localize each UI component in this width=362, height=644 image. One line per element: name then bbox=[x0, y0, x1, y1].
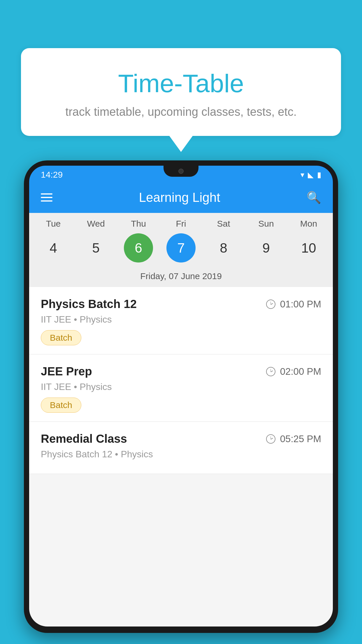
batch-badge-1: Batch bbox=[41, 330, 81, 345]
hero-section: Time-Table track timetable, upcoming cla… bbox=[21, 48, 341, 152]
class-name-3: Remedial Class bbox=[41, 432, 127, 445]
class-item-3[interactable]: Remedial Class 05:25 PM Physics Batch 12… bbox=[29, 422, 333, 474]
class-time-3: 05:25 PM bbox=[266, 433, 321, 444]
front-camera bbox=[178, 169, 184, 174]
class-item-2[interactable]: JEE Prep 02:00 PM IIT JEE • Physics Batc… bbox=[29, 354, 333, 422]
class-meta-3: Physics Batch 12 • Physics bbox=[41, 449, 321, 460]
status-bar: 14:29 ▾ ◣ ▮ bbox=[29, 166, 333, 182]
day-10[interactable]: 10 bbox=[294, 233, 323, 262]
class-time-1: 01:00 PM bbox=[266, 299, 321, 310]
class-time-value-1: 01:00 PM bbox=[280, 299, 321, 310]
app-title: Learning Light bbox=[139, 190, 220, 205]
classes-list: Physics Batch 12 01:00 PM IIT JEE • Phys… bbox=[29, 287, 333, 474]
status-icons: ▾ ◣ ▮ bbox=[301, 170, 321, 179]
app-screen: Learning Light 🔍 Tue Wed Thu Fri Sat Sun… bbox=[29, 182, 333, 626]
class-item-1[interactable]: Physics Batch 12 01:00 PM IIT JEE • Phys… bbox=[29, 287, 333, 354]
day-9[interactable]: 9 bbox=[252, 233, 281, 262]
speech-bubble-arrow bbox=[169, 136, 193, 152]
day-label-mon: Mon bbox=[294, 219, 323, 229]
days-header: Tue Wed Thu Fri Sat Sun Mon bbox=[29, 213, 333, 231]
class-item-header-3: Remedial Class 05:25 PM bbox=[41, 432, 321, 445]
day-label-sun: Sun bbox=[252, 219, 281, 229]
signal-icon: ◣ bbox=[308, 170, 314, 179]
clock-icon-1 bbox=[266, 300, 275, 309]
calendar-section: Tue Wed Thu Fri Sat Sun Mon 4 5 6 7 8 9 … bbox=[29, 213, 333, 287]
phone-mockup: 14:29 ▾ ◣ ▮ Learning Light 🔍 bbox=[24, 160, 338, 644]
clock-icon-3 bbox=[266, 434, 275, 444]
class-time-value-3: 05:25 PM bbox=[280, 433, 321, 444]
wifi-icon: ▾ bbox=[301, 170, 304, 179]
day-label-fri: Fri bbox=[166, 219, 196, 229]
menu-button[interactable] bbox=[41, 193, 52, 202]
day-6-today[interactable]: 6 bbox=[124, 233, 153, 262]
class-item-header-2: JEE Prep 02:00 PM bbox=[41, 365, 321, 378]
hero-subtitle: track timetable, upcoming classes, tests… bbox=[38, 105, 324, 118]
class-time-2: 02:00 PM bbox=[266, 366, 321, 377]
day-5[interactable]: 5 bbox=[81, 233, 110, 262]
day-label-wed: Wed bbox=[81, 219, 110, 229]
day-7-selected[interactable]: 7 bbox=[166, 233, 196, 262]
day-label-tue: Tue bbox=[39, 219, 68, 229]
class-item-header-1: Physics Batch 12 01:00 PM bbox=[41, 298, 321, 311]
class-name-1: Physics Batch 12 bbox=[41, 298, 137, 311]
day-label-thu: Thu bbox=[124, 219, 153, 229]
status-time: 14:29 bbox=[41, 170, 63, 180]
day-4[interactable]: 4 bbox=[39, 233, 68, 262]
batch-badge-2: Batch bbox=[41, 398, 81, 413]
class-name-2: JEE Prep bbox=[41, 365, 92, 378]
phone-frame: 14:29 ▾ ◣ ▮ Learning Light 🔍 bbox=[24, 160, 338, 633]
battery-icon: ▮ bbox=[317, 170, 321, 179]
phone-notch bbox=[164, 166, 198, 177]
search-button[interactable]: 🔍 bbox=[307, 191, 321, 204]
class-time-value-2: 02:00 PM bbox=[280, 366, 321, 377]
day-label-sat: Sat bbox=[209, 219, 238, 229]
clock-icon-2 bbox=[266, 367, 275, 376]
days-numbers: 4 5 6 7 8 9 10 bbox=[29, 231, 333, 268]
app-toolbar: Learning Light 🔍 bbox=[29, 182, 333, 213]
hero-title: Time-Table bbox=[38, 69, 324, 98]
class-meta-2: IIT JEE • Physics bbox=[41, 382, 321, 392]
class-meta-1: IIT JEE • Physics bbox=[41, 314, 321, 325]
day-8[interactable]: 8 bbox=[209, 233, 238, 262]
selected-date: Friday, 07 June 2019 bbox=[29, 268, 333, 287]
speech-bubble-card: Time-Table track timetable, upcoming cla… bbox=[21, 48, 341, 136]
